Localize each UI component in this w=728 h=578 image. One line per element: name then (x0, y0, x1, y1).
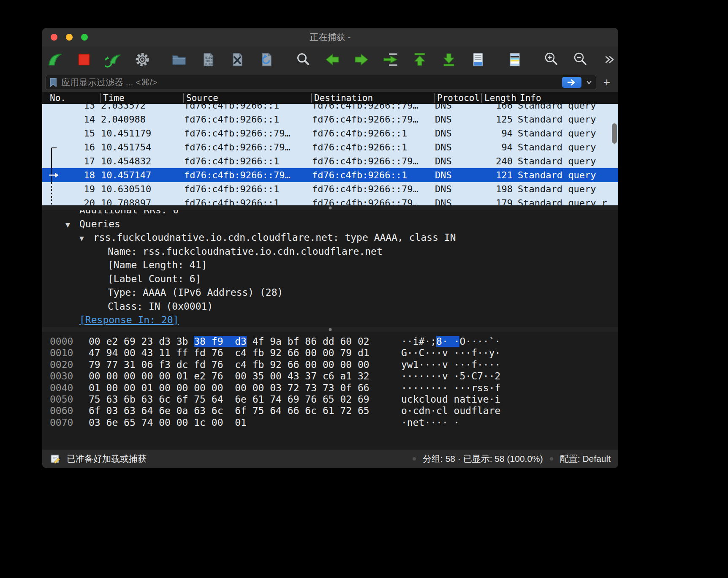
packet-time: 10.457147 (100, 170, 183, 180)
expand-triangle-icon[interactable]: ▼ (79, 232, 93, 245)
go-to-last-packet-button[interactable] (440, 51, 457, 68)
profile-text[interactable]: 配置: Default (560, 453, 611, 465)
column-header-time[interactable]: Time (100, 93, 183, 103)
reload-file-button[interactable] (258, 51, 275, 68)
hex-row[interactable]: 005075 63 6b 63 6c 6f 75 64 6e 61 74 69 … (42, 394, 618, 405)
packet-row[interactable]: 16 10.451754 fd76:c4fb:9266::79… fd76:c4… (42, 140, 618, 154)
hex-row[interactable]: 007003 6e 65 74 00 00 1c 00 01·net···· · (42, 417, 618, 428)
detail-text: [Response In: 20] (79, 314, 179, 325)
pane-splitter-top[interactable] (42, 205, 618, 210)
packet-row[interactable]: 14 2.040988 fd76:c4fb:9266::1 fd76:c4fb:… (42, 112, 618, 126)
colorize-icon (506, 51, 523, 68)
column-header-info[interactable]: Info (517, 93, 618, 103)
find-packet-button[interactable] (295, 51, 312, 68)
packet-row[interactable]: 18 10.457147 fd76:c4fb:9266::79… fd76:c4… (42, 168, 618, 182)
restart-capture-button[interactable] (105, 51, 122, 68)
packet-time: 10.630510 (100, 184, 183, 194)
packet-source: fd76:c4fb:9266::1 (183, 184, 311, 194)
save-file-button[interactable]: 010101010101010 (200, 51, 217, 68)
go-forward-button[interactable] (353, 51, 370, 68)
svg-text:01010: 01010 (205, 56, 214, 60)
packet-protocol: DNS (434, 184, 481, 194)
pane-splitter-bottom[interactable] (42, 327, 618, 332)
open-file-button[interactable] (171, 51, 187, 68)
detail-line[interactable]: Name: rss.fuckcloudnative.io.cdn.cloudfl… (42, 245, 618, 259)
go-back-button[interactable] (324, 51, 341, 68)
packet-no: 16 (42, 142, 100, 153)
detail-line[interactable]: [Name Length: 41] (42, 258, 618, 272)
apply-filter-button[interactable] (562, 77, 581, 88)
expand-triangle-icon[interactable]: ▼ (65, 218, 79, 232)
packet-protocol: DNS (434, 114, 481, 125)
column-header-protocol[interactable]: Protocol (434, 93, 481, 103)
auto-scroll-button[interactable] (470, 51, 486, 68)
detail-line[interactable]: Type: AAAA (IPv6 Address) (28) (42, 286, 618, 300)
packet-list-scrollbar[interactable] (612, 123, 617, 144)
detail-line[interactable]: Class: IN (0x0001) (42, 300, 618, 314)
packet-info: Standard query (517, 156, 618, 166)
minimize-window-button[interactable] (66, 34, 73, 41)
packet-time: 2.033572 (100, 104, 183, 111)
bookmark-icon[interactable] (49, 77, 58, 88)
capture-file-properties-icon[interactable] (50, 453, 61, 464)
hex-offset: 0030 (50, 371, 74, 382)
hex-offset: 0020 (50, 359, 74, 371)
restart-fin-icon (105, 51, 122, 68)
packet-row[interactable]: 15 10.451179 fd76:c4fb:9266::79… fd76:c4… (42, 126, 618, 140)
zoom-in-button[interactable] (543, 51, 560, 68)
more-tools-button[interactable] (601, 51, 618, 68)
detail-line[interactable]: Additional RRs: 0 (42, 210, 618, 217)
detail-line[interactable]: ▼Queries (42, 217, 618, 231)
column-header-destination[interactable]: Destination (311, 93, 434, 103)
add-filter-button[interactable]: + (600, 75, 613, 90)
hex-row[interactable]: 00606f 03 63 64 6e 0a 63 6c 6f 75 64 66 … (42, 405, 618, 417)
hex-bytes: 75 63 6b 63 6c 6f 75 64 6e 61 74 69 76 6… (89, 394, 384, 405)
detail-line[interactable]: [Response In: 20] (42, 313, 618, 327)
column-header-length[interactable]: Length (481, 93, 517, 103)
packet-info: Standard query (517, 104, 618, 111)
hex-bytes: 00 00 00 00 00 01 e2 76 00 35 00 43 37 c… (89, 371, 384, 382)
close-window-button[interactable] (51, 34, 57, 41)
packet-no: 13 (42, 104, 100, 111)
start-capture-button[interactable] (46, 51, 63, 68)
column-header-no[interactable]: No. (42, 93, 100, 103)
hex-row[interactable]: 002079 77 31 06 f3 dc fd 76 c4 fb 92 66 … (42, 359, 618, 371)
hex-row[interactable]: 004001 00 00 01 00 00 00 00 00 00 03 72 … (42, 382, 618, 394)
packet-length: 94 (481, 142, 517, 153)
hex-bytes: 47 94 00 43 11 ff fd 76 c4 fb 92 66 00 0… (89, 347, 384, 359)
packet-no: 19 (42, 184, 100, 194)
stop-capture-button[interactable] (76, 51, 92, 68)
hex-row[interactable]: 000000 e2 69 23 d3 3b 38 f9 d3 4f 9a bf … (42, 336, 618, 347)
column-header-source[interactable]: Source (183, 93, 311, 103)
packet-row[interactable]: 19 10.630510 fd76:c4fb:9266::1 fd76:c4fb… (42, 182, 618, 196)
packet-destination: fd76:c4fb:9266::1 (311, 170, 434, 180)
close-file-button[interactable] (229, 51, 246, 68)
magnifier-icon (295, 51, 312, 68)
go-to-first-packet-button[interactable] (411, 51, 428, 68)
filter-bar: 应用显示过滤器 ... <⌘/> + (42, 73, 618, 92)
packet-row[interactable]: 20 10.708897 fd76:c4fb:9266::1 fd76:c4fb… (42, 196, 618, 205)
detail-line[interactable]: ▼rss.fuckcloudnative.io.cdn.cloudflare.n… (42, 231, 618, 245)
packet-row[interactable]: 17 10.454832 fd76:c4fb:9266::1 fd76:c4fb… (42, 154, 618, 168)
display-filter-input[interactable]: 应用显示过滤器 ... <⌘/> (46, 75, 596, 90)
capture-options-button[interactable] (134, 51, 151, 68)
packet-length: 240 (481, 156, 517, 166)
detail-line[interactable]: [Label Count: 6] (42, 272, 618, 286)
zoom-out-button[interactable] (572, 51, 589, 68)
status-separator-icon (413, 457, 416, 461)
detail-text: Additional RRs: 0 (79, 210, 179, 215)
filter-dropdown-button[interactable] (585, 77, 593, 88)
hex-row[interactable]: 001047 94 00 43 11 ff fd 76 c4 fb 92 66 … (42, 347, 618, 359)
folder-icon (171, 51, 187, 68)
ascii-highlight: 8· · (436, 336, 459, 347)
packet-no: 15 (42, 128, 100, 139)
fullscreen-window-button[interactable] (81, 34, 88, 41)
hex-bytes: 01 00 00 01 00 00 00 00 00 00 03 72 73 7… (89, 382, 384, 394)
go-to-packet-button[interactable] (382, 51, 399, 68)
hex-row[interactable]: 003000 00 00 00 00 01 e2 76 00 35 00 43 … (42, 371, 618, 382)
gear-icon (134, 51, 151, 68)
hex-ascii: ··i#·;8· ·O····`· (401, 336, 500, 347)
hex-offset: 0040 (50, 382, 74, 394)
packet-row[interactable]: 13 2.033572 fd76:c4fb:9266::1 fd76:c4fb:… (42, 104, 618, 112)
colorize-button[interactable] (506, 51, 523, 68)
